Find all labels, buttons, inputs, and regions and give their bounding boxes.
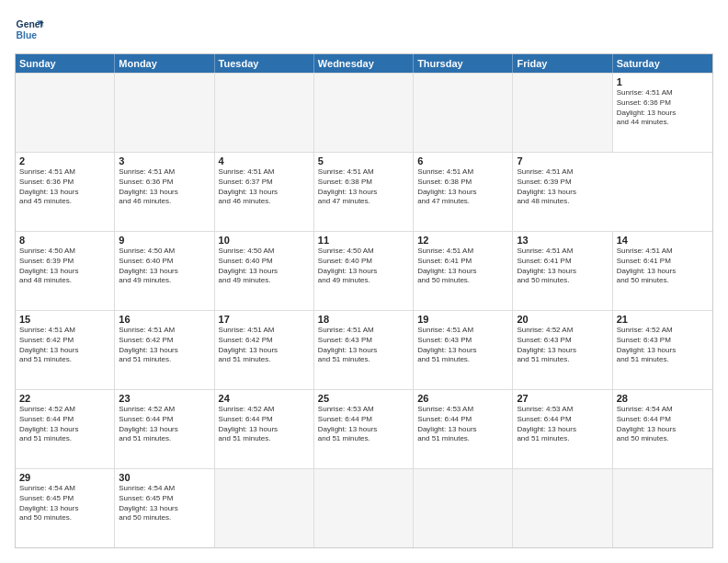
calendar-cell: 17Sunrise: 4:51 AMSunset: 6:42 PMDayligh…	[215, 311, 314, 389]
calendar-cell: 14Sunrise: 4:51 AMSunset: 6:41 PMDayligh…	[613, 232, 712, 310]
calendar-cell: 23Sunrise: 4:52 AMSunset: 6:44 PMDayligh…	[115, 390, 214, 468]
calendar-cell: 26Sunrise: 4:53 AMSunset: 6:44 PMDayligh…	[414, 390, 513, 468]
cell-info: Sunrise: 4:50 AMSunset: 6:40 PMDaylight:…	[219, 247, 310, 286]
day-number: 5	[318, 155, 409, 167]
cell-info: Sunrise: 4:51 AMSunset: 6:39 PMDaylight:…	[517, 167, 609, 207]
calendar-cell: 30Sunrise: 4:54 AMSunset: 6:45 PMDayligh…	[115, 469, 214, 547]
calendar-body: 1Sunrise: 4:51 AMSunset: 6:36 PMDaylight…	[16, 73, 712, 547]
calendar-cell: 20Sunrise: 4:52 AMSunset: 6:43 PMDayligh…	[513, 311, 612, 389]
svg-text:Blue: Blue	[17, 30, 38, 40]
calendar-cell-empty	[16, 74, 115, 152]
calendar-cell-empty	[314, 469, 414, 547]
cell-info: Sunrise: 4:51 AMSunset: 6:37 PMDaylight:…	[219, 167, 310, 207]
calendar: SundayMondayTuesdayWednesdayThursdayFrid…	[15, 53, 713, 548]
calendar-cell-empty	[513, 469, 612, 547]
calendar-cell: 24Sunrise: 4:52 AMSunset: 6:44 PMDayligh…	[215, 390, 314, 468]
calendar-row: 1Sunrise: 4:51 AMSunset: 6:36 PMDaylight…	[16, 73, 712, 152]
calendar-row: 22Sunrise: 4:52 AMSunset: 6:44 PMDayligh…	[16, 389, 712, 468]
calendar-cell: 2Sunrise: 4:51 AMSunset: 6:36 PMDaylight…	[16, 153, 115, 231]
day-number: 4	[219, 155, 310, 167]
day-number: 16	[119, 314, 210, 325]
day-number: 24	[219, 393, 310, 404]
calendar-row: 2Sunrise: 4:51 AMSunset: 6:36 PMDaylight…	[16, 152, 712, 231]
calendar-cell: 25Sunrise: 4:53 AMSunset: 6:44 PMDayligh…	[314, 390, 414, 468]
calendar-cell-empty	[215, 469, 314, 547]
day-number: 19	[417, 314, 508, 325]
header: General Blue	[15, 15, 713, 44]
calendar-cell: 27Sunrise: 4:53 AMSunset: 6:44 PMDayligh…	[513, 390, 612, 468]
cell-info: Sunrise: 4:51 AMSunset: 6:38 PMDaylight:…	[318, 167, 409, 207]
calendar-cell: 29Sunrise: 4:54 AMSunset: 6:45 PMDayligh…	[16, 469, 115, 547]
day-number: 27	[517, 393, 608, 404]
day-of-week-header: Monday	[115, 54, 214, 73]
day-of-week-header: Friday	[513, 54, 612, 73]
day-of-week-header: Thursday	[414, 54, 513, 73]
day-number: 8	[19, 235, 110, 246]
calendar-cell: 9Sunrise: 4:50 AMSunset: 6:40 PMDaylight…	[115, 232, 214, 310]
calendar-cell: 7Sunrise: 4:51 AMSunset: 6:39 PMDaylight…	[513, 153, 612, 231]
calendar-cell: 3Sunrise: 4:51 AMSunset: 6:36 PMDaylight…	[115, 153, 214, 231]
cell-info: Sunrise: 4:51 AMSunset: 6:42 PMDaylight:…	[119, 326, 210, 365]
logo-icon: General Blue	[15, 15, 44, 44]
calendar-cell: 16Sunrise: 4:51 AMSunset: 6:42 PMDayligh…	[115, 311, 214, 389]
cell-info: Sunrise: 4:51 AMSunset: 6:42 PMDaylight:…	[219, 326, 310, 365]
day-number: 28	[617, 393, 709, 404]
cell-info: Sunrise: 4:54 AMSunset: 6:45 PMDaylight:…	[19, 484, 110, 523]
cell-info: Sunrise: 4:52 AMSunset: 6:44 PMDaylight:…	[119, 405, 210, 444]
calendar-cell: 18Sunrise: 4:51 AMSunset: 6:43 PMDayligh…	[314, 311, 414, 389]
cell-info: Sunrise: 4:51 AMSunset: 6:38 PMDaylight:…	[417, 167, 508, 207]
day-number: 22	[19, 393, 110, 404]
cell-info: Sunrise: 4:51 AMSunset: 6:36 PMDaylight:…	[119, 167, 210, 207]
day-of-week-header: Saturday	[613, 54, 712, 73]
day-number: 18	[318, 314, 409, 325]
calendar-cell: 22Sunrise: 4:52 AMSunset: 6:44 PMDayligh…	[16, 390, 115, 468]
cell-info: Sunrise: 4:53 AMSunset: 6:44 PMDaylight:…	[417, 405, 508, 444]
cell-info: Sunrise: 4:53 AMSunset: 6:44 PMDaylight:…	[517, 405, 608, 444]
cell-info: Sunrise: 4:50 AMSunset: 6:40 PMDaylight:…	[318, 247, 409, 286]
cell-info: Sunrise: 4:52 AMSunset: 6:44 PMDaylight:…	[219, 405, 310, 444]
calendar-cell-empty	[414, 469, 513, 547]
calendar-cell: 4Sunrise: 4:51 AMSunset: 6:37 PMDaylight…	[215, 153, 314, 231]
day-number: 30	[119, 472, 210, 483]
cell-info: Sunrise: 4:51 AMSunset: 6:43 PMDaylight:…	[318, 326, 409, 365]
day-number: 14	[617, 235, 709, 246]
calendar-cell-empty	[314, 74, 414, 152]
calendar-row: 29Sunrise: 4:54 AMSunset: 6:45 PMDayligh…	[16, 468, 712, 547]
calendar-cell-empty	[115, 74, 214, 152]
cell-info: Sunrise: 4:51 AMSunset: 6:41 PMDaylight:…	[617, 247, 709, 286]
calendar-cell: 10Sunrise: 4:50 AMSunset: 6:40 PMDayligh…	[215, 232, 314, 310]
cell-info: Sunrise: 4:51 AMSunset: 6:36 PMDaylight:…	[617, 88, 709, 128]
cell-info: Sunrise: 4:52 AMSunset: 6:43 PMDaylight:…	[517, 326, 608, 365]
day-number: 21	[617, 314, 709, 325]
day-number: 3	[119, 155, 210, 167]
calendar-cell-empty	[513, 74, 612, 152]
calendar-header: SundayMondayTuesdayWednesdayThursdayFrid…	[16, 54, 712, 73]
cell-info: Sunrise: 4:52 AMSunset: 6:43 PMDaylight:…	[617, 326, 709, 365]
day-number: 15	[19, 314, 110, 325]
day-number: 26	[417, 393, 508, 404]
day-number: 10	[219, 235, 310, 246]
cell-info: Sunrise: 4:54 AMSunset: 6:44 PMDaylight:…	[617, 405, 709, 444]
calendar-cell: 6Sunrise: 4:51 AMSunset: 6:38 PMDaylight…	[414, 153, 513, 231]
calendar-cell: 28Sunrise: 4:54 AMSunset: 6:44 PMDayligh…	[613, 390, 712, 468]
calendar-cell: 12Sunrise: 4:51 AMSunset: 6:41 PMDayligh…	[414, 232, 513, 310]
day-number: 2	[19, 155, 110, 167]
cell-info: Sunrise: 4:51 AMSunset: 6:42 PMDaylight:…	[19, 326, 110, 365]
calendar-cell: 5Sunrise: 4:51 AMSunset: 6:38 PMDaylight…	[314, 153, 414, 231]
calendar-cell-empty	[215, 74, 314, 152]
day-number: 9	[119, 235, 210, 246]
day-of-week-header: Sunday	[16, 54, 115, 73]
calendar-cell-empty	[414, 74, 513, 152]
calendar-cell: 19Sunrise: 4:51 AMSunset: 6:43 PMDayligh…	[414, 311, 513, 389]
cell-info: Sunrise: 4:54 AMSunset: 6:45 PMDaylight:…	[119, 484, 210, 523]
day-number: 23	[119, 393, 210, 404]
day-number: 1	[617, 76, 709, 87]
calendar-cell: 8Sunrise: 4:50 AMSunset: 6:39 PMDaylight…	[16, 232, 115, 310]
calendar-row: 8Sunrise: 4:50 AMSunset: 6:39 PMDaylight…	[16, 231, 712, 310]
cell-info: Sunrise: 4:50 AMSunset: 6:40 PMDaylight:…	[119, 247, 210, 286]
day-number: 29	[19, 472, 110, 483]
day-number: 20	[517, 314, 608, 325]
cell-info: Sunrise: 4:51 AMSunset: 6:43 PMDaylight:…	[417, 326, 508, 365]
calendar-cell: 13Sunrise: 4:51 AMSunset: 6:41 PMDayligh…	[513, 232, 612, 310]
cell-info: Sunrise: 4:53 AMSunset: 6:44 PMDaylight:…	[318, 405, 409, 444]
